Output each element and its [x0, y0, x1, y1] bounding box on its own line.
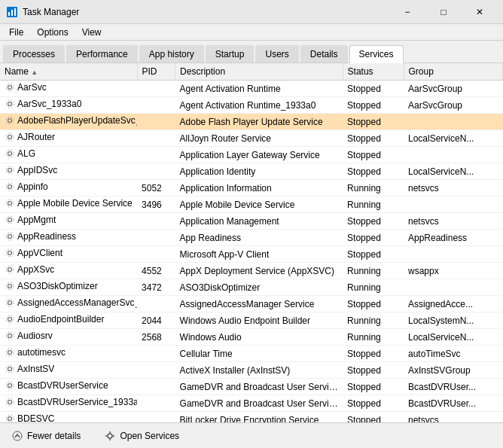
cell-pid	[137, 213, 175, 230]
cell-desc: Cellular Time	[175, 346, 343, 362]
close-button[interactable]: ✕	[462, 4, 497, 20]
services-table-container[interactable]: Name ▲ PID Description Status Group	[0, 63, 503, 422]
cell-name: BDESVC	[0, 412, 137, 423]
cell-pid: 4552	[137, 263, 175, 279]
svg-rect-2	[11, 10, 13, 16]
table-row[interactable]: AarSvcAgent Activation RuntimeStoppedAar…	[0, 81, 503, 97]
cell-status: Stopped	[343, 147, 404, 163]
tab-users[interactable]: Users	[255, 45, 298, 62]
menu-bar: File Options View	[0, 24, 503, 41]
table-row[interactable]: Apple Mobile Device Service3496Apple Mob…	[0, 197, 503, 213]
cell-pid	[137, 230, 175, 246]
cell-desc: AssignedAccessManager Service	[175, 296, 343, 312]
maximize-button[interactable]: □	[426, 4, 461, 20]
svg-point-18	[8, 202, 12, 206]
svg-point-26	[8, 268, 12, 272]
svg-rect-1	[8, 12, 10, 16]
cell-group: AxInstSVGroup	[404, 362, 503, 379]
table-row[interactable]: AssignedAccessManagerSvcAssignedAccessMa…	[0, 296, 503, 312]
table-row[interactable]: AJRouterAllJoyn Router ServiceStoppedLoc…	[0, 130, 503, 147]
svg-point-28	[8, 285, 12, 288]
table-row[interactable]: AppReadinessApp ReadinessStoppedAppReadi…	[0, 230, 503, 246]
tab-startup[interactable]: Startup	[206, 45, 255, 62]
col-header-group[interactable]: Group	[404, 63, 503, 81]
table-row[interactable]: AppVClientMicrosoft App-V ClientStopped	[0, 246, 503, 263]
service-icon	[5, 148, 15, 159]
cell-desc: AllJoyn Router Service	[175, 130, 343, 147]
service-icon	[5, 331, 15, 341]
fewer-details-button[interactable]: Fewer details	[6, 428, 87, 444]
service-icon	[5, 314, 15, 325]
cell-group: LocalServiceN...	[404, 163, 503, 180]
table-row[interactable]: AppMgmtApplication ManagementStoppednets…	[0, 213, 503, 230]
cell-group: netsvcs	[404, 412, 503, 423]
title-bar: Task Manager − □ ✕	[0, 0, 503, 24]
tab-processes[interactable]: Processes	[3, 45, 65, 62]
col-header-name[interactable]: Name ▲	[0, 63, 137, 81]
svg-point-45	[6, 415, 14, 422]
tab-performance[interactable]: Performance	[66, 45, 138, 62]
cell-group: AssignedAcce...	[404, 296, 503, 312]
svg-point-16	[8, 185, 12, 189]
svg-point-36	[8, 351, 12, 355]
table-row[interactable]: AudioEndpointBuilder2044Windows Audio En…	[0, 312, 503, 329]
minimize-button[interactable]: −	[390, 4, 425, 20]
title-bar-left: Task Manager	[6, 6, 79, 18]
sort-arrow-name: ▲	[31, 69, 38, 76]
table-row[interactable]: Audiosrv2568Windows AudioRunningLocalSer…	[0, 329, 503, 346]
menu-options[interactable]: Options	[31, 26, 74, 39]
table-row[interactable]: BDESVCBitLocker Drive Encryption Service…	[0, 412, 503, 423]
table-row[interactable]: ASO3DiskOptimizer3472ASO3DiskOptimizerRu…	[0, 279, 503, 296]
services-table: Name ▲ PID Description Status Group	[0, 63, 503, 422]
svg-point-14	[8, 169, 12, 172]
cell-status: Running	[343, 197, 404, 213]
svg-point-39	[6, 365, 14, 373]
main-content: Name ▲ PID Description Status Group	[0, 63, 503, 422]
service-icon	[5, 215, 15, 225]
cell-name: AppVClient	[0, 246, 137, 263]
cell-pid	[137, 81, 175, 97]
cell-status: Stopped	[343, 362, 404, 379]
open-services-button[interactable]: Open Services	[99, 428, 185, 444]
table-row[interactable]: BcastDVRUserServiceGameDVR and Broadcast…	[0, 379, 503, 395]
cell-status: Stopped	[343, 395, 404, 412]
svg-point-43	[6, 398, 14, 406]
cell-name: AssignedAccessManagerSvc	[0, 296, 137, 312]
menu-file[interactable]: File	[3, 26, 29, 39]
svg-point-20	[8, 218, 12, 222]
cell-group: wsappx	[404, 263, 503, 279]
cell-status: Stopped	[343, 246, 404, 263]
cell-status: Stopped	[343, 412, 404, 423]
table-row[interactable]: AdobeFlashPlayerUpdateSvcAdobe Flash Pla…	[0, 114, 503, 130]
service-icon	[5, 198, 15, 209]
cell-name: ALG	[0, 147, 137, 163]
table-row[interactable]: Appinfo5052Application InformationRunnin…	[0, 180, 503, 197]
menu-view[interactable]: View	[76, 26, 108, 39]
svg-point-15	[6, 166, 14, 174]
cell-group: AarSvcGroup	[404, 97, 503, 114]
table-row[interactable]: BcastDVRUserService_1933a0GameDVR and Br…	[0, 395, 503, 412]
table-header-row: Name ▲ PID Description Status Group	[0, 63, 503, 81]
table-row[interactable]: ALGApplication Layer Gateway ServiceStop…	[0, 147, 503, 163]
services-icon	[105, 431, 115, 441]
col-header-pid[interactable]: PID	[137, 63, 175, 81]
cell-name: AdobeFlashPlayerUpdateSvc	[0, 114, 137, 130]
cell-group: BcastDVRUser...	[404, 379, 503, 395]
cell-name: AJRouter	[0, 130, 137, 147]
table-row[interactable]: autotimesvcCellular TimeStoppedautoTimeS…	[0, 346, 503, 362]
svg-point-7	[6, 100, 14, 108]
table-row[interactable]: AppIDSvcApplication IdentityStoppedLocal…	[0, 163, 503, 180]
tab-services[interactable]: Services	[349, 45, 404, 63]
tab-app-history[interactable]: App history	[139, 45, 204, 62]
svg-point-41	[6, 382, 14, 389]
cell-desc: GameDVR and Broadcast User Servic...	[175, 395, 343, 412]
col-header-desc[interactable]: Description	[175, 63, 343, 81]
table-row[interactable]: AxInstSVActiveX Installer (AxInstSV)Stop…	[0, 362, 503, 379]
table-row[interactable]: AppXSvc4552AppX Deployment Service (AppX…	[0, 263, 503, 279]
table-row[interactable]: AarSvc_1933a0Agent Activation Runtime_19…	[0, 97, 503, 114]
tab-details[interactable]: Details	[300, 45, 348, 62]
service-icon	[5, 347, 15, 358]
cell-pid	[137, 114, 175, 130]
cell-group: LocalServiceN...	[404, 130, 503, 147]
col-header-status[interactable]: Status	[343, 63, 404, 81]
